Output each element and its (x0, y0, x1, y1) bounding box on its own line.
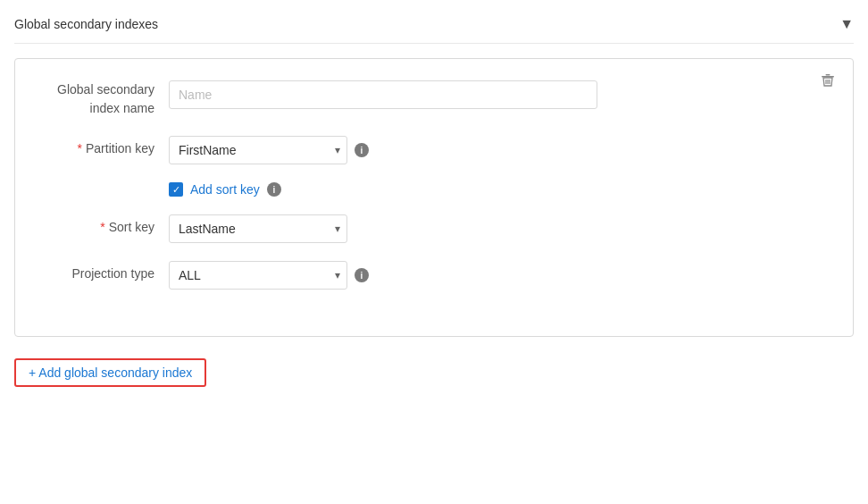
sort-key-row: Sort key LastName FirstName Email ID ▾ (44, 214, 824, 243)
add-global-secondary-index-button[interactable]: + Add global secondary index (14, 358, 206, 387)
delete-index-button[interactable] (817, 70, 839, 95)
partition-key-label: Partition key (44, 136, 169, 155)
sort-key-label: Sort key (44, 214, 169, 234)
svg-rect-0 (822, 76, 834, 78)
sort-key-checkbox-label[interactable]: ✓ Add sort key (169, 182, 260, 197)
global-secondary-label: Global secondaryindex name (44, 80, 169, 118)
add-index-label: + Add global secondary index (29, 365, 192, 380)
partition-key-row: Partition key FirstName LastName Email I… (44, 136, 824, 164)
sort-key-checkbox[interactable]: ✓ (169, 182, 183, 197)
chevron-down-icon[interactable]: ▼ (839, 16, 854, 32)
index-name-input[interactable] (169, 80, 597, 109)
partition-key-select-wrapper: FirstName LastName Email ID ▾ (169, 136, 347, 164)
sort-key-select[interactable]: LastName FirstName Email ID (169, 214, 347, 243)
svg-rect-1 (826, 74, 830, 76)
sort-key-info-icon[interactable]: i (267, 182, 281, 197)
projection-type-select-wrapper: ALL KEYS_ONLY INCLUDE ▾ (169, 261, 347, 290)
sort-key-select-wrapper: LastName FirstName Email ID ▾ (169, 214, 347, 243)
checkmark-icon: ✓ (172, 185, 180, 195)
index-card: Global secondaryindex name Partition key… (14, 58, 854, 337)
projection-type-select[interactable]: ALL KEYS_ONLY INCLUDE (169, 261, 347, 290)
page-container: Global secondary indexes ▼ Global second… (0, 0, 868, 396)
index-name-row: Global secondaryindex name (44, 80, 824, 118)
projection-type-label: Projection type (44, 261, 169, 281)
projection-type-row: Projection type ALL KEYS_ONLY INCLUDE ▾ … (44, 261, 824, 290)
partition-key-info-icon[interactable]: i (355, 143, 369, 157)
sort-key-checkbox-row: ✓ Add sort key i (44, 182, 824, 197)
section-title: Global secondary indexes (14, 17, 158, 31)
partition-key-select[interactable]: FirstName LastName Email ID (169, 136, 347, 164)
sort-key-checkbox-text: Add sort key (190, 182, 260, 197)
projection-type-info-icon[interactable]: i (355, 268, 369, 282)
section-header: Global secondary indexes ▼ (14, 9, 854, 44)
